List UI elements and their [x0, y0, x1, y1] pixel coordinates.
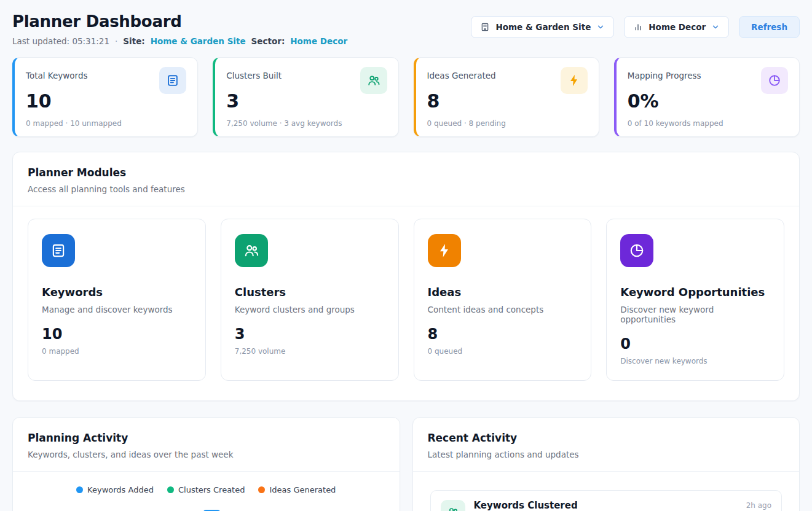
legend-dot-icon — [167, 486, 174, 493]
module-value: 10 — [42, 326, 192, 343]
bar-chart-icon — [633, 22, 643, 32]
module-detail: 0 mapped — [42, 347, 192, 356]
module-description: Manage and discover keywords — [42, 305, 192, 314]
chart-plot-area: 25 25 24 — [28, 505, 385, 511]
module-value: 8 — [428, 326, 578, 343]
users-icon — [441, 500, 465, 511]
section-subtitle: Latest planning actions and updates — [428, 450, 785, 459]
stat-label: Ideas Generated — [427, 67, 496, 80]
activity-content: Keywords Clustered 3 new clusters create… — [474, 500, 738, 511]
section-title: Planning Activity — [28, 432, 385, 444]
module-card-ideas[interactable]: Ideas Content ideas and concepts 8 0 que… — [414, 219, 592, 381]
module-title: Clusters — [235, 286, 385, 298]
planner-modules-head: Planner Modules Access all planning tool… — [13, 152, 799, 206]
module-detail: 7,250 volume — [235, 347, 385, 356]
module-title: Ideas — [428, 286, 578, 298]
last-updated-text: Last updated: 05:31:21 — [12, 36, 109, 46]
section-subtitle: Keywords, clusters, and ideas over the p… — [28, 450, 385, 459]
stat-value: 0% — [628, 90, 788, 112]
separator-dot: · — [115, 36, 117, 46]
planner-dashboard-page: Planner Dashboard Last updated: 05:31:21… — [0, 0, 812, 511]
stat-label: Mapping Progress — [628, 67, 701, 80]
stat-card-mapping-progress: Mapping Progress 0% 0 of 10 keywords map… — [614, 57, 800, 137]
legend-label: Ideas Generated — [269, 485, 336, 494]
module-description: Discover new keyword opportunities — [620, 305, 770, 324]
chevron-down-icon — [711, 23, 720, 31]
activity-chart: Keywords Added Clusters Created Ideas Ge… — [13, 485, 400, 511]
planning-activity-panel: Planning Activity Keywords, clusters, an… — [12, 417, 400, 511]
activity-timestamp: 2h ago — [746, 500, 771, 510]
module-card-keywords[interactable]: Keywords Manage and discover keywords 10… — [28, 219, 206, 381]
module-card-keyword-opportunities[interactable]: Keyword Opportunities Discover new keywo… — [606, 219, 784, 381]
module-title: Keyword Opportunities — [620, 286, 770, 298]
stat-detail: 0 queued · 8 pending — [427, 119, 588, 128]
recent-activity-head: Recent Activity Latest planning actions … — [413, 418, 800, 471]
stat-card-clusters-built: Clusters Built 3 7,250 volume · 3 avg ke… — [213, 57, 398, 137]
legend-label: Clusters Created — [178, 485, 245, 494]
module-detail: 0 queued — [428, 347, 578, 356]
module-detail: Discover new keywords — [620, 357, 770, 365]
recent-activity-panel: Recent Activity Latest planning actions … — [412, 417, 800, 511]
section-subtitle: Access all planning tools and features — [28, 184, 784, 194]
legend-item-ideas-generated: Ideas Generated — [258, 485, 336, 494]
chart-legend: Keywords Added Clusters Created Ideas Ge… — [28, 485, 385, 494]
stat-card-total-keywords: Total Keywords 10 0 mapped · 10 unmapped — [12, 57, 198, 137]
site-selector-dropdown[interactable]: Home & Garden Site — [471, 16, 614, 38]
module-value: 0 — [620, 335, 770, 353]
activity-list: Keywords Clustered 3 new clusters create… — [413, 472, 800, 511]
refresh-button[interactable]: Refresh — [739, 16, 800, 38]
site-link[interactable]: Home & Garden Site — [151, 36, 246, 46]
modules-grid: Keywords Manage and discover keywords 10… — [13, 206, 799, 400]
planner-modules-panel: Planner Modules Access all planning tool… — [12, 152, 800, 401]
module-card-clusters[interactable]: Clusters Keyword clusters and groups 3 7… — [221, 219, 399, 381]
section-title: Planner Modules — [28, 166, 784, 179]
site-selector-label: Home & Garden Site — [495, 22, 591, 32]
legend-dot-icon — [76, 486, 83, 493]
stat-label: Clusters Built — [226, 67, 282, 80]
planning-activity-head: Planning Activity Keywords, clusters, an… — [13, 418, 400, 471]
divider — [13, 471, 400, 472]
building-icon — [480, 22, 490, 32]
lightning-icon — [428, 234, 461, 267]
stat-label: Total Keywords — [26, 67, 88, 80]
stat-value: 8 — [427, 90, 588, 112]
stats-row: Total Keywords 10 0 mapped · 10 unmapped… — [12, 57, 800, 137]
site-label: Site: — [123, 36, 144, 46]
header-left: Planner Dashboard Last updated: 05:31:21… — [12, 12, 347, 46]
chevron-down-icon — [596, 23, 605, 31]
stat-value: 10 — [26, 90, 186, 112]
header-subline: Last updated: 05:31:21 · Site: Home & Ga… — [12, 36, 347, 46]
legend-label: Keywords Added — [87, 485, 154, 494]
sector-label: Sector: — [251, 36, 285, 46]
users-icon — [235, 234, 268, 267]
bottom-grid: Planning Activity Keywords, clusters, an… — [12, 417, 800, 511]
module-value: 3 — [235, 326, 385, 343]
sector-selector-dropdown[interactable]: Home Decor — [624, 16, 729, 38]
stat-value: 3 — [226, 90, 387, 112]
section-title: Recent Activity — [428, 432, 785, 444]
stat-detail: 0 of 10 keywords mapped — [628, 119, 788, 128]
module-description: Keyword clusters and groups — [235, 305, 385, 314]
sector-selector-label: Home Decor — [648, 22, 706, 32]
activity-title: Keywords Clustered — [474, 500, 738, 511]
legend-item-keywords-added: Keywords Added — [76, 485, 154, 494]
pie-chart-icon — [620, 234, 653, 267]
module-title: Keywords — [42, 286, 192, 298]
legend-item-clusters-created: Clusters Created — [167, 485, 245, 494]
sector-link[interactable]: Home Decor — [290, 36, 347, 46]
stat-card-ideas-generated: Ideas Generated 8 0 queued · 8 pending — [414, 57, 599, 137]
page-header: Planner Dashboard Last updated: 05:31:21… — [12, 12, 800, 46]
legend-dot-icon — [258, 486, 265, 493]
page-title: Planner Dashboard — [12, 12, 347, 31]
document-icon — [42, 234, 75, 267]
header-actions: Home & Garden Site Home Decor Refresh — [471, 12, 800, 38]
stat-detail: 0 mapped · 10 unmapped — [26, 119, 186, 128]
module-description: Content ideas and concepts — [428, 305, 578, 314]
stat-detail: 7,250 volume · 3 avg keywords — [226, 119, 387, 128]
activity-item-keywords-clustered: Keywords Clustered 3 new clusters create… — [430, 490, 782, 511]
